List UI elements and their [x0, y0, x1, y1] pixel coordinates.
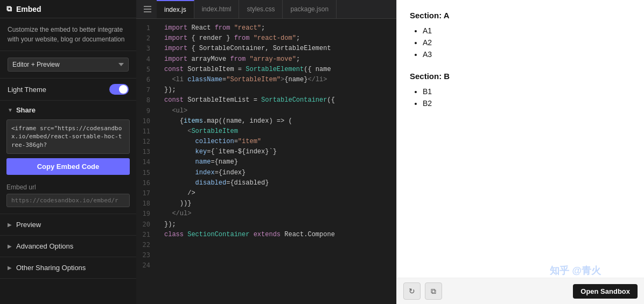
- list-item: A2: [423, 38, 631, 47]
- code-line: </ul>: [164, 209, 390, 219]
- advanced-options-collapsible[interactable]: ▶ Advanced Options: [0, 236, 136, 257]
- tab-styles-css[interactable]: styles.css: [239, 0, 283, 18]
- copy-embed-button[interactable]: Copy Embed Code: [6, 158, 130, 175]
- sidebar: ⧉ Embed Customize the embed to better in…: [0, 0, 136, 304]
- preview-collapsible[interactable]: ▶ Preview: [0, 214, 136, 236]
- code-line: import { render } from "react-dom";: [164, 33, 390, 44]
- code-content[interactable]: import React from "react";import { rende…: [158, 19, 396, 304]
- sharing-label: Other Sharing Options: [16, 264, 86, 272]
- line-numbers: 123456789101112131415161718192021222324: [136, 19, 158, 304]
- list-item: A1: [423, 26, 631, 35]
- light-theme-toggle-row: Light Theme: [0, 79, 136, 101]
- code-line: const SortableItem = SortableElement({ n…: [164, 65, 390, 75]
- advanced-label: Advanced Options: [16, 242, 73, 250]
- code-line: collection="item": [164, 137, 390, 147]
- embed-url-input[interactable]: [6, 194, 130, 207]
- sharing-arrow-icon: ▶: [8, 265, 12, 271]
- open-new-tab-button[interactable]: ⧉: [425, 282, 442, 300]
- tab-package-json[interactable]: package.json: [283, 0, 337, 18]
- preview-area: Section: A A1A2A3 Section: B B1B2 知乎 @青火…: [396, 0, 644, 304]
- embed-url-section: Embed url: [0, 180, 136, 214]
- refresh-button[interactable]: ↻: [403, 282, 421, 300]
- tab-index-html[interactable]: index.html: [194, 0, 240, 18]
- code-line: <li className="SortableItem">{name}</li>: [164, 75, 390, 85]
- code-line: import { SortableContainer, SortableElem…: [164, 44, 390, 54]
- code-line: {items.map((name, index) => (: [164, 116, 390, 126]
- code-area: 123456789101112131415161718192021222324 …: [136, 19, 396, 304]
- code-line: />: [164, 188, 390, 199]
- code-line: key={`item-${index}`}: [164, 147, 390, 157]
- code-line: ))}: [164, 199, 390, 209]
- watermark: 知乎 @青火: [550, 264, 601, 277]
- hamburger-line-3: [144, 11, 151, 12]
- share-label: Share: [16, 106, 36, 114]
- view-select-section: Editor + Preview Editor Only Preview Onl…: [0, 51, 136, 79]
- tab-bar: index.js index.html styles.css package.j…: [136, 0, 396, 19]
- embed-code-preview: <iframe src="https://codesandbox.io/embe…: [6, 119, 130, 154]
- code-line: name={name}: [164, 157, 390, 167]
- editor-area: index.js index.html styles.css package.j…: [136, 0, 396, 304]
- code-line: import React from "react";: [164, 23, 390, 33]
- share-header[interactable]: ▼ Share: [0, 101, 136, 117]
- code-line: });: [164, 85, 390, 95]
- list-item: B1: [423, 87, 631, 96]
- hamburger-line-1: [144, 6, 151, 7]
- light-theme-toggle[interactable]: [109, 84, 129, 95]
- list-item: B2: [423, 99, 631, 108]
- section-a-title: Section: A: [410, 11, 631, 20]
- code-line: const SortableItemList = SortableContain…: [164, 95, 390, 105]
- theme-label: Light Theme: [8, 86, 46, 94]
- list-item: A3: [423, 50, 631, 59]
- section-b-title: Section: B: [410, 72, 631, 81]
- share-arrow-icon: ▼: [8, 107, 13, 113]
- sidebar-header: ⧉ Embed: [0, 0, 136, 18]
- preview-label: Preview: [16, 221, 41, 229]
- open-sandbox-button[interactable]: Open Sandbox: [573, 284, 638, 299]
- toggle-knob: [119, 85, 128, 94]
- preview-footer-left: ↻ ⧉: [403, 282, 442, 300]
- code-line: <ul>: [164, 106, 390, 116]
- embed-url-label: Embed url: [6, 183, 130, 191]
- hamburger-menu[interactable]: [138, 6, 157, 12]
- preview-footer: ↻ ⧉ Open Sandbox: [397, 278, 644, 304]
- section-a-list: A1A2A3: [410, 26, 631, 59]
- tab-index-js[interactable]: index.js: [157, 0, 194, 18]
- code-line: <SortableItem: [164, 126, 390, 137]
- advanced-arrow-icon: ▶: [8, 243, 12, 249]
- sidebar-description: Customize the embed to better integrate …: [0, 18, 136, 51]
- view-select[interactable]: Editor + Preview Editor Only Preview Onl…: [8, 58, 129, 72]
- code-line: index={index}: [164, 168, 390, 178]
- sidebar-title: Embed: [16, 5, 41, 13]
- code-line: disabled={disabled}: [164, 178, 390, 188]
- code-line: class SectionContainer extends React.Com…: [164, 230, 390, 240]
- preview-content: Section: A A1A2A3 Section: B B1B2: [397, 0, 644, 278]
- hamburger-line-2: [144, 9, 151, 10]
- sharing-options-collapsible[interactable]: ▶ Other Sharing Options: [0, 257, 136, 279]
- preview-arrow-icon: ▶: [8, 222, 12, 228]
- code-line: import arrayMove from "array-move";: [164, 54, 390, 65]
- section-b-list: B1B2: [410, 87, 631, 108]
- code-line: });: [164, 220, 390, 230]
- embed-icon: ⧉: [6, 4, 12, 13]
